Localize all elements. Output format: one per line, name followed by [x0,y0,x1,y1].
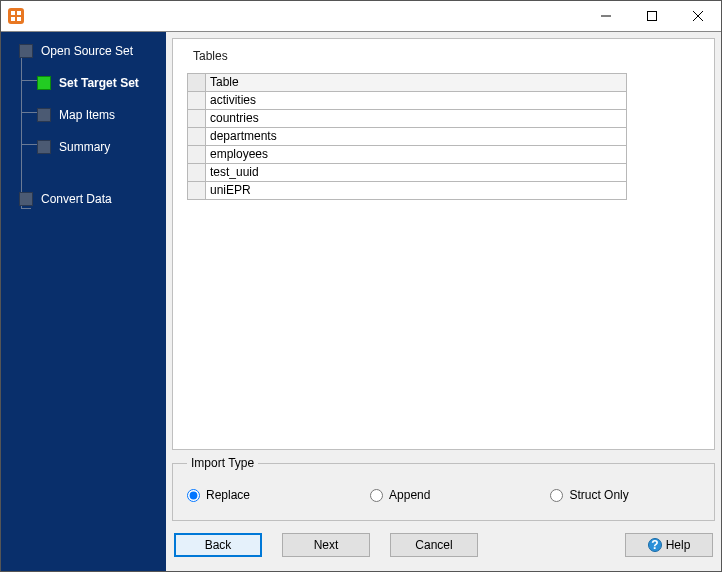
import-type-fieldset: Import Type Replace Append Struct Only [172,456,715,521]
step-label: Set Target Set [59,76,139,90]
step-label: Summary [59,140,110,154]
table-cell[interactable]: activities [206,92,627,110]
svg-rect-0 [8,8,24,24]
app-icon [7,7,25,25]
svg-rect-4 [17,17,21,21]
svg-rect-3 [11,17,15,21]
table-row[interactable]: countries [188,110,627,128]
table-cell[interactable]: test_uuid [206,164,627,182]
main-panel: Tables Table activitiescountriesdepartme… [166,32,721,571]
step-label: Map Items [59,108,115,122]
next-button[interactable]: Next [282,533,370,557]
table-cell[interactable]: departments [206,128,627,146]
step-label: Convert Data [41,192,112,206]
row-header-corner [188,74,206,92]
table-row[interactable]: uniEPR [188,182,627,200]
svg-rect-6 [648,12,657,21]
row-header-cell [188,128,206,146]
back-button-label: Back [205,538,232,552]
step-map-items[interactable]: Map Items [5,104,162,126]
radio-replace[interactable]: Replace [187,488,250,502]
step-convert-data[interactable]: Convert Data [5,188,162,210]
close-button[interactable] [675,1,721,31]
radio-replace-input[interactable] [187,489,200,502]
radio-struct-only[interactable]: Struct Only [550,488,628,502]
help-button[interactable]: ? Help [625,533,713,557]
help-button-label: Help [666,538,691,552]
row-header-cell [188,182,206,200]
wizard-sidebar: Open Source Set Set Target Set Map Items… [1,32,166,571]
svg-rect-2 [17,11,21,15]
cancel-button[interactable]: Cancel [390,533,478,557]
step-marker-icon [37,76,51,90]
button-bar: Back Next Cancel ? Help [172,527,715,565]
radio-append[interactable]: Append [370,488,430,502]
tables-panel: Tables Table activitiescountriesdepartme… [172,38,715,450]
row-header-cell [188,146,206,164]
back-button[interactable]: Back [174,533,262,557]
tables-grid[interactable]: Table activitiescountriesdepartmentsempl… [187,73,627,200]
step-marker-icon [37,140,51,154]
tables-title: Tables [193,49,704,63]
column-header-table[interactable]: Table [206,74,627,92]
radio-append-input[interactable] [370,489,383,502]
help-icon: ? [648,538,662,552]
cancel-button-label: Cancel [415,538,452,552]
step-label: Open Source Set [41,44,133,58]
table-cell[interactable]: countries [206,110,627,128]
radio-struct-label: Struct Only [569,488,628,502]
maximize-button[interactable] [629,1,675,31]
window-controls [583,1,721,31]
next-button-label: Next [314,538,339,552]
step-summary[interactable]: Summary [5,136,162,158]
table-cell[interactable]: uniEPR [206,182,627,200]
radio-replace-label: Replace [206,488,250,502]
step-marker-icon [37,108,51,122]
table-row[interactable]: activities [188,92,627,110]
radio-struct-input[interactable] [550,489,563,502]
table-cell[interactable]: employees [206,146,627,164]
table-row[interactable]: test_uuid [188,164,627,182]
step-set-target-set[interactable]: Set Target Set [5,72,162,94]
row-header-cell [188,110,206,128]
minimize-button[interactable] [583,1,629,31]
step-marker-icon [19,44,33,58]
svg-rect-1 [11,11,15,15]
step-open-source-set[interactable]: Open Source Set [5,40,162,62]
wizard-window: Open Source Set Set Target Set Map Items… [0,0,722,572]
step-marker-icon [19,192,33,206]
table-row[interactable]: departments [188,128,627,146]
svg-text:?: ? [651,538,658,552]
row-header-cell [188,92,206,110]
table-row[interactable]: employees [188,146,627,164]
row-header-cell [188,164,206,182]
titlebar [1,1,721,31]
import-type-legend: Import Type [187,456,258,470]
radio-append-label: Append [389,488,430,502]
